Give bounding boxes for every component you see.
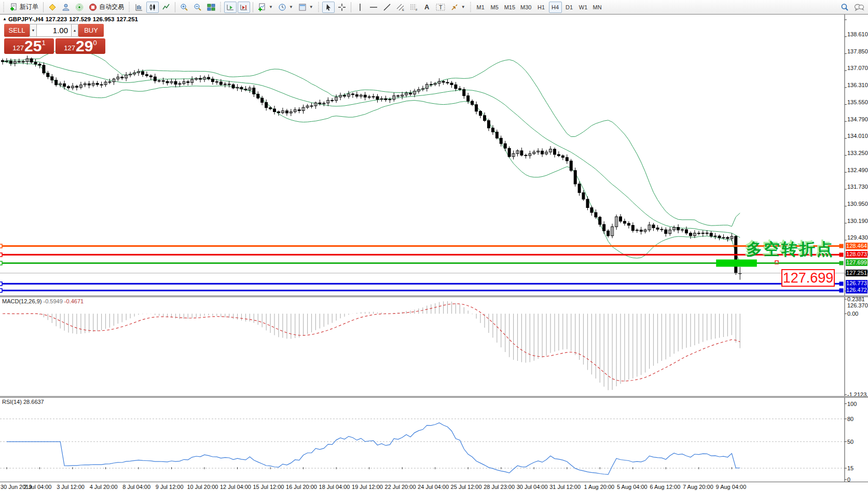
tile-windows-icon	[207, 3, 215, 11]
main-toolbar: 新订单 自动交易 ▼ ▼ ▼ E F A T ▼ M1M5M15M30H1H4D…	[0, 0, 868, 15]
pane-separator[interactable]	[0, 396, 868, 398]
pane-separator[interactable]	[0, 296, 868, 297]
one-click-trading-panel: SELL ▼ ▲ BUY 127251 127290	[4, 24, 107, 54]
arrows-button[interactable]: ▼	[448, 2, 467, 13]
sell-price-sup: 1	[42, 39, 45, 46]
templates-button[interactable]: ▼	[296, 2, 315, 13]
search-button[interactable]	[838, 2, 851, 13]
profile-icon	[62, 3, 70, 11]
bar-chart-button[interactable]	[133, 2, 145, 13]
label-button[interactable]: T	[434, 2, 447, 13]
candlestick-icon	[148, 3, 157, 11]
buy-price-prefix: 127	[64, 43, 75, 53]
vertical-line-icon	[356, 3, 364, 11]
cursor-icon	[324, 3, 333, 11]
sell-price[interactable]: 127251	[4, 38, 54, 54]
dropdown-arrow-icon: ▼	[289, 5, 293, 9]
annotation-text[interactable]: 多空转折点	[746, 239, 834, 260]
ohlc-low: 126.953	[93, 16, 115, 22]
periods-button[interactable]: ▼	[276, 2, 295, 13]
sell-price-big: 25	[24, 39, 42, 53]
indicators-icon	[258, 3, 266, 11]
new-order-icon	[9, 3, 18, 11]
timeframe-button-M5[interactable]: M5	[488, 2, 501, 13]
timeframe-button-W1[interactable]: W1	[577, 2, 590, 13]
clock-icon	[278, 3, 286, 11]
new-order-button[interactable]: 新订单	[7, 2, 40, 13]
toolbar-drag-handle[interactable]	[318, 2, 320, 12]
collapse-arrow-icon[interactable]: ▲	[3, 17, 7, 21]
fibonacci-button[interactable]: F	[408, 2, 420, 13]
buy-price[interactable]: 127290	[56, 38, 105, 54]
timeframe-button-H4[interactable]: H4	[549, 2, 562, 13]
toolbar-drag-handle[interactable]	[128, 2, 131, 12]
toolbar-drag-handle[interactable]	[470, 2, 472, 12]
text-button[interactable]: A	[421, 2, 433, 13]
volume-up-button[interactable]: ▲	[71, 24, 78, 37]
search-icon	[841, 3, 849, 11]
ohlc-open: 127.223	[46, 16, 67, 22]
gold-icon	[48, 3, 57, 11]
timeframe-button-M1[interactable]: M1	[474, 2, 487, 13]
text-label-icon: T	[436, 3, 445, 11]
chart-shift-button[interactable]	[238, 2, 250, 13]
channel-button[interactable]: E	[394, 2, 407, 13]
timeframe-button-H1[interactable]: H1	[535, 2, 548, 13]
chat-icon	[854, 3, 864, 11]
symbol-name: GBPJPY-,H4	[8, 16, 44, 22]
timeframe-button-M15[interactable]: M15	[502, 2, 517, 13]
autotrading-button[interactable]: 自动交易	[87, 2, 126, 13]
volume-down-button[interactable]: ▼	[30, 24, 37, 37]
indicators-button[interactable]: ▼	[256, 2, 275, 13]
timeframe-button-MN[interactable]: MN	[591, 2, 604, 13]
toolbar-drag-handle[interactable]	[3, 2, 5, 12]
zoom-out-button[interactable]	[191, 2, 204, 13]
signal-icon	[75, 3, 84, 11]
timeframe-button-M30[interactable]: M30	[518, 2, 533, 13]
buy-price-sup: 0	[93, 39, 97, 46]
chart-area[interactable]: ▲GBPJPY-,H4127.223127.529126.953127.251 …	[0, 15, 868, 491]
dropdown-arrow-icon: ▼	[269, 5, 273, 9]
line-chart-icon	[162, 3, 170, 11]
autotrading-label: 自动交易	[99, 3, 124, 11]
volume-input[interactable]	[37, 24, 71, 37]
svg-text:T: T	[439, 4, 443, 10]
market-watch-button[interactable]	[46, 2, 59, 13]
new-order-label: 新订单	[20, 3, 38, 11]
zoom-in-icon	[180, 3, 188, 11]
trendline-icon	[383, 3, 391, 11]
bar-chart-icon	[135, 3, 143, 11]
template-icon	[298, 3, 307, 11]
chat-button[interactable]	[852, 2, 866, 13]
dropdown-arrow-icon: ▼	[461, 5, 465, 9]
toolbar-drag-handle[interactable]	[219, 2, 222, 12]
line-chart-button[interactable]	[160, 2, 172, 13]
timeframe-button-D1[interactable]: D1	[563, 2, 576, 13]
crosshair-button[interactable]	[336, 2, 348, 13]
rsi-header: RSI(14) 28.6637	[2, 399, 44, 405]
signals-button[interactable]	[73, 2, 86, 13]
autotrading-icon	[89, 3, 97, 11]
arrows-icon	[450, 3, 459, 11]
trendline-button[interactable]	[381, 2, 393, 13]
buy-button[interactable]: BUY	[78, 24, 104, 37]
chart-canvas	[0, 15, 868, 491]
vertical-line-button[interactable]	[354, 2, 366, 13]
fibonacci-icon: F	[410, 3, 418, 11]
axis-separator	[0, 482, 868, 483]
candlestick-button[interactable]	[146, 2, 159, 13]
accounts-button[interactable]	[60, 2, 72, 13]
ohlc-high: 127.529	[69, 16, 91, 22]
horizontal-line-button[interactable]	[367, 2, 380, 13]
sell-button[interactable]: SELL	[4, 24, 30, 37]
zoom-in-button[interactable]	[178, 2, 190, 13]
cursor-button[interactable]	[322, 2, 335, 13]
annotation-price-box[interactable]: 127.699	[781, 269, 835, 287]
auto-scroll-button[interactable]	[224, 2, 237, 13]
tile-windows-button[interactable]	[205, 2, 217, 13]
horizontal-line-icon	[369, 3, 378, 11]
macd-header: MACD(12,26,9) -0.5949 -0.4671	[2, 298, 84, 304]
dropdown-arrow-icon: ▼	[309, 5, 313, 9]
chart-shift-icon	[240, 3, 248, 11]
svg-text:E: E	[402, 8, 404, 11]
